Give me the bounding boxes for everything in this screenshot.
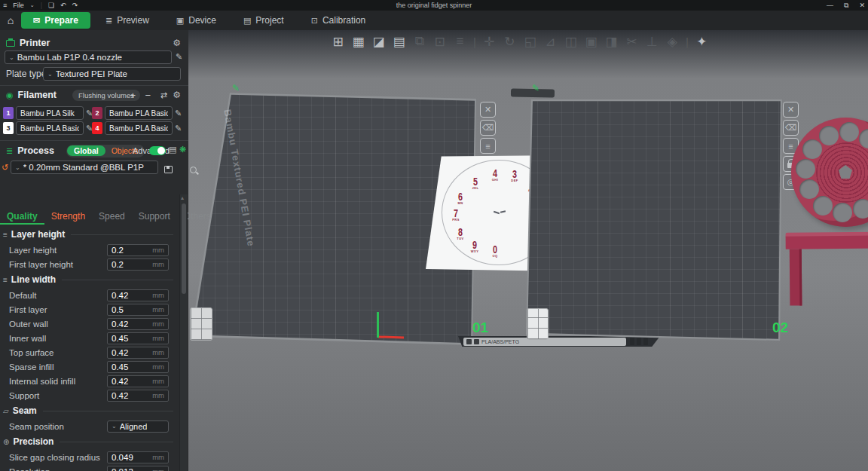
setting-input[interactable]: 0.42mm [107, 318, 169, 330]
close-button[interactable]: ✕ [859, 2, 865, 9]
file-menu[interactable]: File [13, 2, 24, 9]
edit-printer-icon[interactable]: ✎ [176, 52, 182, 62]
reset-preset-icon[interactable]: ↺ [2, 163, 8, 173]
build-plate-2[interactable] [525, 96, 784, 342]
seam-position-select[interactable]: ⌄Aligned [107, 421, 169, 433]
setting-input[interactable]: 0.42mm [107, 289, 169, 301]
setting-select[interactable]: ⌄Aligned [107, 421, 169, 433]
tab-device[interactable]: ▣Device [164, 12, 228, 29]
finger-hole [819, 126, 839, 145]
add-object-icon[interactable]: ⊞ [328, 32, 348, 51]
clean-plate-icon[interactable]: ⌫ [480, 120, 496, 136]
setting-tab-quality[interactable]: Quality [0, 210, 44, 225]
save-preset-icon[interactable] [164, 166, 173, 173]
dial-digit: 8 [458, 226, 463, 237]
new-project-icon[interactable]: ❏ [48, 2, 54, 9]
edit-filament-icon[interactable]: ✎ [175, 109, 182, 118]
plate-type-select[interactable]: ⌄ Textured PEI Plate [43, 67, 181, 81]
assembly-view-icon[interactable]: ✦ [692, 32, 712, 51]
auto-orient-icon[interactable]: ◪ [368, 32, 389, 51]
search-settings-icon[interactable] [190, 167, 197, 173]
global-toggle[interactable]: Global [67, 145, 105, 156]
filament-select[interactable]: Bambu PLA Basic @B... [105, 121, 173, 135]
setting-input[interactable]: 0.2mm [107, 244, 169, 256]
plate-name-icon[interactable]: ≡ [480, 138, 496, 154]
filament-select[interactable]: Bambu PLA Basic @B... [105, 106, 173, 120]
dial-number-3: 3DEF [511, 168, 518, 182]
tab-preview[interactable]: ≣Preview [93, 12, 161, 29]
filament-color-swatch[interactable]: 4 [92, 122, 102, 134]
tab-prepare[interactable]: ✉Prepare [21, 12, 90, 29]
setting-input[interactable]: 0.049mm [107, 451, 169, 463]
ams-sync-icon[interactable]: ⇄ [160, 90, 167, 100]
settings-scrollbar[interactable]: ▴ [179, 194, 188, 471]
filament-select[interactable]: Bambu PLA Silk [16, 106, 84, 120]
hamburger-menu-icon[interactable]: ≡ [3, 2, 7, 9]
printer-settings-gear-icon[interactable]: ⚙ [173, 38, 181, 48]
scrollbar-thumb[interactable] [182, 203, 186, 294]
setting-input[interactable]: 0.42mm [107, 390, 169, 402]
object-bracket-stand[interactable] [786, 231, 868, 309]
setting-value: 0.5 [112, 305, 152, 314]
tab-project[interactable]: ▤Project [231, 12, 296, 29]
filament-select[interactable]: Bambu PLA Basic @B... [16, 121, 84, 135]
chevron-down-icon: ⌄ [47, 71, 53, 78]
setting-input[interactable]: 0.42mm [107, 347, 169, 359]
parameter-table-icon[interactable]: ▤ [169, 145, 176, 154]
setting-label: Default [9, 291, 107, 300]
setting-input[interactable]: 0.42mm [107, 375, 169, 387]
setting-unit: mm [152, 348, 164, 356]
setting-group-header: ≡Layer height [0, 226, 178, 243]
plate-2-edit-name-icon[interactable]: ✎ [532, 83, 539, 93]
setting-unit: mm [152, 246, 164, 254]
project-icon: ▤ [243, 16, 251, 26]
home-button[interactable]: ⌂ [2, 12, 20, 29]
finger-hole [853, 199, 868, 219]
scroll-up-arrow-icon[interactable]: ▴ [181, 194, 184, 201]
restore-button[interactable]: ⧉ [844, 2, 848, 10]
remove-filament-button[interactable]: − [145, 90, 151, 101]
undo-icon[interactable]: ↶ [60, 2, 66, 9]
setting-input[interactable]: 0.45mm [107, 332, 169, 344]
minimize-button[interactable]: — [827, 2, 833, 9]
delete-plate-icon[interactable]: ✕ [783, 102, 799, 118]
filament-color-swatch[interactable]: 2 [92, 107, 102, 119]
viewport-3d[interactable]: ⊞▦◪▤⧉⊡≡|✛↻◱⊿◫▣◨✂⊥◈|✦ Bambu Textured PEI … [188, 30, 868, 471]
edit-filament-icon[interactable]: ✎ [175, 124, 182, 133]
dial-number-7: 7PRS [452, 207, 460, 222]
clean-plate-icon[interactable]: ⌫ [783, 120, 799, 136]
setting-row: Default0.42mm [0, 288, 178, 302]
object-rotary-dial[interactable] [791, 118, 868, 227]
arrange-icon[interactable]: ▤ [389, 32, 409, 51]
filament-color-swatch[interactable]: 1 [3, 107, 14, 119]
setting-group-title: Seam [13, 405, 37, 416]
delete-plate-icon[interactable]: ✕ [480, 102, 496, 118]
dial-digit: 7 [453, 207, 458, 219]
add-plate-icon[interactable]: ▦ [348, 32, 368, 51]
setting-input[interactable]: 0.45mm [107, 361, 169, 373]
add-filament-button[interactable]: + [130, 90, 136, 101]
viewport-toolbar: ⊞▦◪▤⧉⊡≡|✛↻◱⊿◫▣◨✂⊥◈|✦ [328, 32, 712, 51]
process-preset-select[interactable]: ⌄ * 0.20mm Standard @BBL P1P [11, 161, 158, 174]
tab-calibration[interactable]: ⊡Calibration [299, 12, 378, 29]
dial-number-0: 0OQ [492, 243, 498, 258]
file-menu-chevron-icon[interactable]: ⌄ [30, 2, 35, 8]
filament-color-swatch[interactable]: 3 [3, 122, 14, 134]
plate-1-edit-name-icon[interactable]: ✎ [232, 83, 240, 93]
process-section-title: Process [17, 145, 54, 156]
settings-list: ≡Layer heightLayer height0.2mmFirst laye… [0, 226, 178, 471]
advanced-toggle[interactable] [149, 146, 166, 155]
divider [0, 140, 188, 141]
setting-input[interactable]: 0.012mm [107, 466, 169, 471]
printer-select[interactable]: ⌄ Bambu Lab P1P 0.4 nozzle [5, 50, 172, 64]
setting-input[interactable]: 0.5mm [107, 304, 169, 316]
redo-icon[interactable]: ↷ [72, 2, 78, 9]
setting-tab-speed[interactable]: Speed [92, 210, 132, 225]
compare-presets-icon[interactable]: ❋ [179, 145, 186, 154]
setting-tab-support[interactable]: Support [132, 210, 177, 225]
filament-settings-gear-icon[interactable]: ⚙ [173, 90, 181, 100]
setting-tab-strength[interactable]: Strength [44, 210, 92, 225]
y-axis-line [377, 312, 379, 338]
setting-input[interactable]: 0.2mm [107, 258, 169, 271]
setting-row: Top surface0.42mm [0, 345, 178, 359]
